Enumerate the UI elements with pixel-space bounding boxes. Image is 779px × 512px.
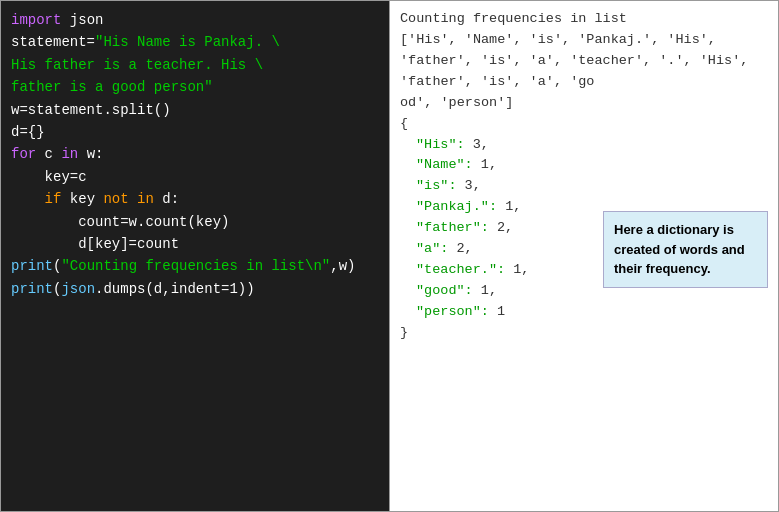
code-line-line1: import json — [11, 9, 379, 31]
code-line-line6: d={} — [11, 121, 379, 143]
dict-key: "is": — [416, 178, 465, 193]
code-line-line12: print("Counting frequencies in list\n",w… — [11, 255, 379, 277]
output-list-line2: od', 'person'] — [400, 95, 513, 110]
dict-key: "good": — [416, 283, 481, 298]
code-editor: import jsonstatement="His Name is Pankaj… — [0, 0, 390, 512]
output-list-line1: ['His', 'Name', 'is', 'Pankaj.', 'His', … — [400, 32, 748, 89]
brace-close: } — [400, 325, 408, 340]
dict-val: 2, — [497, 220, 513, 235]
code-line-line3: His father is a teacher. His \ — [11, 54, 379, 76]
dict-key: "Name": — [416, 157, 481, 172]
code-line-line7: for c in w: — [11, 143, 379, 165]
dict-key: "father": — [416, 220, 497, 235]
dict-val: 3, — [473, 137, 489, 152]
output-header: Counting frequencies in list — [400, 11, 627, 26]
dict-key: "person": — [416, 304, 497, 319]
tooltip-text: Here a dictionary is created of words an… — [614, 222, 745, 276]
tooltip-box: Here a dictionary is created of words an… — [603, 211, 768, 288]
code-line-line2: statement="His Name is Pankaj. \ — [11, 31, 379, 53]
dict-val: 2, — [457, 241, 473, 256]
dict-key: "His": — [416, 137, 473, 152]
brace-open: { — [400, 116, 408, 131]
dict-val: 1, — [481, 283, 497, 298]
code-line-line4: father is a good person" — [11, 76, 379, 98]
dict-val: 1, — [513, 262, 529, 277]
dict-entry: "His": 3, — [400, 135, 768, 156]
dict-val: 1, — [481, 157, 497, 172]
dict-val: 1 — [497, 304, 505, 319]
dict-key: "teacher.": — [416, 262, 513, 277]
code-line-line10: count=w.count(key) — [11, 211, 379, 233]
code-line-line8: key=c — [11, 166, 379, 188]
dict-val: 1, — [505, 199, 521, 214]
code-line-line13: print(json.dumps(d,indent=1)) — [11, 278, 379, 300]
dict-entry: "person": 1 — [400, 302, 768, 323]
code-line-line5: w=statement.split() — [11, 99, 379, 121]
output-panel: Counting frequencies in list ['His', 'Na… — [390, 0, 779, 512]
dict-key: "Pankaj.": — [416, 199, 505, 214]
code-line-line9: if key not in d: — [11, 188, 379, 210]
dict-entry: "is": 3, — [400, 176, 768, 197]
dict-entry: "Name": 1, — [400, 155, 768, 176]
dict-key: "a": — [416, 241, 457, 256]
dict-val: 3, — [465, 178, 481, 193]
code-line-line11: d[key]=count — [11, 233, 379, 255]
